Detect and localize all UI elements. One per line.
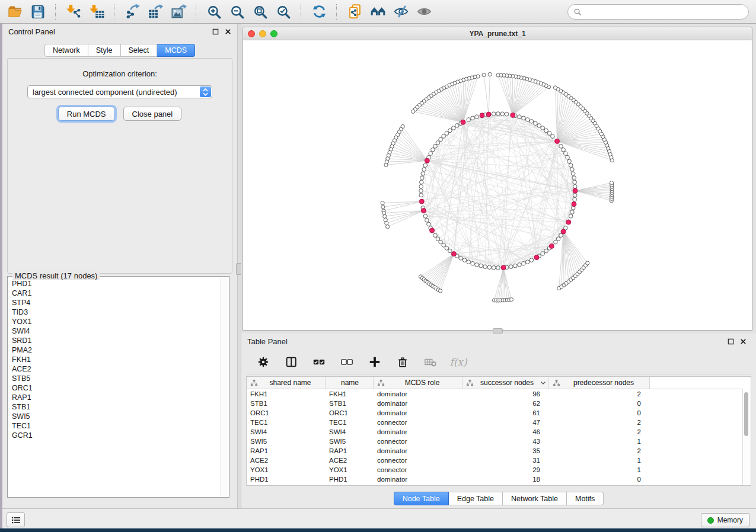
network-node[interactable]: [509, 265, 513, 269]
cell-name[interactable]: PHD1: [326, 476, 374, 483]
network-node[interactable]: [420, 176, 425, 180]
network-node[interactable]: [433, 233, 438, 238]
cell-mcds-role[interactable]: dominator: [374, 428, 462, 435]
mcds-result-item[interactable]: YOX1: [12, 317, 221, 326]
cell-shared-name[interactable]: FKH1: [247, 390, 326, 398]
tab-network-table[interactable]: Network Table: [503, 492, 567, 505]
close-panel-icon[interactable]: [224, 28, 231, 35]
cell-mcds-role[interactable]: connector: [374, 419, 462, 426]
mcds-result-item[interactable]: RAP1: [12, 393, 221, 402]
column-header-name[interactable]: name: [326, 377, 374, 389]
network-node[interactable]: [423, 214, 428, 219]
network-node[interactable]: [496, 73, 500, 77]
cell-predecessor-nodes[interactable]: 0: [549, 409, 650, 416]
cell-mcds-role[interactable]: connector: [374, 438, 462, 445]
network-node[interactable]: [448, 249, 452, 253]
network-node[interactable]: [419, 193, 423, 197]
split-panes-icon[interactable]: [283, 354, 299, 370]
zoom-fit-icon[interactable]: [251, 3, 269, 21]
cell-mcds-role[interactable]: dominator: [374, 476, 462, 483]
function-builder-icon[interactable]: f(x): [451, 354, 466, 370]
network-node[interactable]: [537, 124, 541, 128]
network-node[interactable]: [525, 260, 529, 264]
network-node[interactable]: [513, 264, 518, 268]
network-node[interactable]: [551, 134, 555, 139]
mcds-result-item[interactable]: SWI4: [12, 326, 221, 336]
cell-successor-nodes[interactable]: 96: [462, 390, 549, 398]
mcds-node[interactable]: [451, 252, 456, 257]
mcds-node[interactable]: [572, 202, 576, 207]
network-node[interactable]: [562, 148, 566, 152]
network-node[interactable]: [544, 129, 548, 133]
mcds-result-item[interactable]: PMA2: [12, 345, 221, 355]
table-row[interactable]: FKH1FKH1dominator962: [247, 389, 751, 399]
network-node[interactable]: [529, 120, 534, 124]
network-node[interactable]: [452, 126, 456, 130]
network-node[interactable]: [419, 184, 423, 188]
table-row[interactable]: ACE2ACE2connector311: [247, 456, 751, 465]
column-header-predecessor-nodes[interactable]: predecessor nodes: [549, 377, 650, 389]
cell-successor-nodes[interactable]: 31: [462, 457, 549, 464]
network-node[interactable]: [567, 159, 572, 164]
horizontal-splitter-handle[interactable]: [493, 328, 503, 334]
cell-predecessor-nodes[interactable]: 2: [549, 428, 650, 435]
table-row[interactable]: TEC1TEC1connector472: [247, 418, 751, 427]
close-panel-button[interactable]: Close panel: [123, 107, 182, 121]
table-row[interactable]: PHD1PHD1dominator180: [247, 475, 751, 484]
network-node[interactable]: [566, 155, 570, 159]
network-node[interactable]: [569, 164, 573, 168]
cell-predecessor-nodes[interactable]: 0: [549, 400, 650, 407]
cell-mcds-role[interactable]: dominator: [374, 400, 462, 407]
mcds-node[interactable]: [421, 209, 426, 213]
network-node[interactable]: [425, 218, 429, 222]
cell-predecessor-nodes[interactable]: 1: [549, 457, 650, 464]
delete-table-icon[interactable]: [423, 354, 438, 370]
cell-predecessor-nodes[interactable]: 2: [549, 447, 650, 454]
cell-shared-name[interactable]: SWI4: [247, 428, 326, 435]
network-node[interactable]: [505, 113, 509, 117]
cell-shared-name[interactable]: ACE2: [247, 457, 326, 464]
cell-name[interactable]: ORC1: [326, 409, 374, 416]
memory-button[interactable]: Memory: [701, 513, 749, 527]
network-node[interactable]: [422, 168, 426, 172]
mcds-node[interactable]: [430, 228, 435, 233]
tab-edge-table[interactable]: Edge Table: [449, 492, 503, 505]
cell-successor-nodes[interactable]: 18: [462, 476, 549, 483]
float-table-panel-icon[interactable]: [727, 338, 734, 345]
network-node[interactable]: [573, 197, 577, 201]
table-row[interactable]: STB1STB1dominator620: [247, 399, 751, 408]
mcds-result-item[interactable]: STB1: [12, 402, 221, 412]
network-node[interactable]: [436, 141, 440, 145]
export-table-icon[interactable]: [146, 3, 164, 21]
network-node[interactable]: [445, 246, 449, 251]
tab-network[interactable]: Network: [44, 44, 88, 57]
network-node[interactable]: [431, 148, 435, 152]
cell-mcds-role[interactable]: dominator: [374, 447, 462, 454]
cell-successor-nodes[interactable]: 43: [462, 438, 549, 445]
close-table-panel-icon[interactable]: [739, 338, 747, 345]
network-node[interactable]: [442, 134, 446, 139]
table-scrollbar[interactable]: [742, 389, 751, 485]
cell-predecessor-nodes[interactable]: 2: [549, 419, 650, 426]
network-node[interactable]: [564, 152, 568, 156]
cell-successor-nodes[interactable]: 62: [462, 400, 549, 407]
mcds-node[interactable]: [555, 139, 560, 143]
cell-name[interactable]: FKH1: [326, 390, 374, 398]
cell-name[interactable]: TEC1: [326, 419, 374, 426]
network-node[interactable]: [482, 73, 486, 76]
network-node[interactable]: [573, 184, 578, 188]
network-node[interactable]: [541, 252, 545, 256]
network-canvas[interactable]: [243, 40, 752, 331]
network-node[interactable]: [488, 72, 492, 76]
network-node[interactable]: [573, 180, 577, 184]
refresh-view-icon[interactable]: [310, 3, 328, 21]
network-node[interactable]: [479, 264, 483, 268]
network-node[interactable]: [421, 172, 425, 176]
network-node[interactable]: [518, 115, 522, 119]
network-node[interactable]: [525, 118, 529, 122]
network-node[interactable]: [553, 86, 557, 89]
network-node[interactable]: [556, 237, 560, 241]
save-session-icon[interactable]: [29, 3, 47, 21]
network-node[interactable]: [381, 201, 384, 204]
cell-shared-name[interactable]: SWI5: [247, 438, 326, 445]
